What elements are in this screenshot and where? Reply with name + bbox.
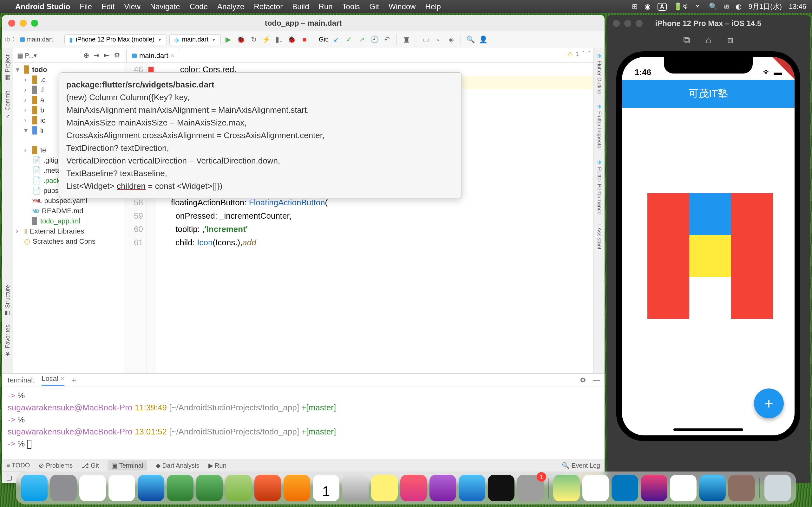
menu-tools[interactable]: Tools: [342, 2, 360, 11]
device-manager-button[interactable]: ▭: [420, 35, 431, 45]
home-indicator[interactable]: [673, 429, 743, 431]
menu-code[interactable]: Code: [190, 2, 208, 11]
dock-notes[interactable]: [371, 475, 398, 501]
terminal-settings-icon[interactable]: ⚙: [580, 376, 586, 384]
tree-external-libs[interactable]: ›⫴External Libraries: [13, 226, 124, 236]
dock-calendar[interactable]: 1: [313, 475, 339, 501]
dock-maps[interactable]: [553, 475, 580, 501]
control-center-icon[interactable]: ⎚: [724, 3, 728, 11]
terminal-hide-icon[interactable]: —: [593, 376, 600, 384]
tool-todo[interactable]: ≡ TODO: [6, 462, 30, 469]
run-button[interactable]: ▶: [223, 35, 234, 45]
tool-project[interactable]: ▦Project: [4, 55, 11, 81]
tool-run[interactable]: ▶ Run: [208, 462, 226, 469]
dock-tv[interactable]: [488, 475, 514, 501]
dock-reminders[interactable]: [342, 475, 368, 501]
collapse-all-icon[interactable]: ⇤: [104, 51, 109, 60]
tool-git[interactable]: ⎇ Git: [82, 462, 99, 469]
project-view-selector[interactable]: ▤ P...▾: [17, 52, 37, 59]
tool-problems[interactable]: ⊘ Problems: [39, 462, 72, 469]
menu-navigate[interactable]: Navigate: [150, 2, 180, 11]
git-commit-button[interactable]: ✓: [344, 35, 354, 45]
close-tab-icon[interactable]: ×: [171, 53, 174, 59]
tree-file[interactable]: MD README.md: [13, 206, 124, 216]
dock-app[interactable]: [284, 475, 310, 501]
dock-app[interactable]: [670, 475, 697, 501]
search-everywhere-button[interactable]: 🔍: [465, 35, 475, 45]
terminal-body[interactable]: -> %sugawarakensuke@MacBook-Pro 11:39:49…: [2, 387, 605, 459]
tree-file[interactable]: ▉todo_app.iml: [13, 216, 124, 226]
menu-refactor[interactable]: Refactor: [254, 2, 283, 11]
dock-music[interactable]: [400, 475, 427, 501]
dock-mail[interactable]: [138, 475, 164, 501]
menubar-app[interactable]: Android Studio: [15, 2, 70, 11]
dock-line[interactable]: [225, 475, 252, 501]
status-widget-icon[interactable]: ▢: [6, 474, 12, 481]
screenshot-icon[interactable]: ⧉: [683, 35, 690, 46]
run-config-selector[interactable]: ⬗main.dart▼: [169, 34, 221, 45]
git-history-button[interactable]: 🕘: [369, 35, 379, 45]
menu-help[interactable]: Help: [425, 2, 441, 11]
avatar-icon[interactable]: 👤: [478, 35, 488, 45]
tool-structure[interactable]: ≣Structure: [4, 285, 11, 315]
editor-tab[interactable]: main.dart×: [126, 49, 180, 62]
revert-button[interactable]: ↶: [382, 35, 392, 45]
settings-icon[interactable]: ⚙: [114, 51, 120, 60]
menu-edit[interactable]: Edit: [101, 2, 114, 11]
breadcrumb[interactable]: ib 〉 main.dart: [5, 35, 53, 44]
tool-flutter-performance[interactable]: ⬗Flutter Performance: [596, 158, 603, 215]
dock-app[interactable]: [254, 475, 281, 501]
menubar-date[interactable]: 9月1日(水): [749, 2, 782, 11]
collapse-icon[interactable]: ⇥: [94, 51, 99, 60]
wifi-icon[interactable]: ᯤ: [695, 3, 702, 11]
dock-app[interactable]: [699, 475, 726, 501]
dock-appstore[interactable]: [459, 475, 485, 501]
menu-window[interactable]: Window: [389, 2, 415, 11]
dock-app[interactable]: [641, 475, 667, 501]
menu-run[interactable]: Run: [319, 2, 333, 11]
new-terminal-button[interactable]: +: [71, 375, 77, 385]
battery-icon[interactable]: 🔋↯: [674, 3, 688, 11]
record-icon[interactable]: ◉: [645, 3, 651, 11]
menu-view[interactable]: View: [124, 2, 141, 11]
input-mode-icon[interactable]: A: [658, 3, 667, 11]
tree-scratches[interactable]: ◴Scratches and Cons: [13, 236, 124, 246]
tool-commit[interactable]: ✓Commit: [4, 91, 11, 120]
dock-chrome[interactable]: [108, 475, 135, 501]
dropbox-icon[interactable]: ⊞: [632, 3, 638, 11]
debug-button[interactable]: 🐞: [236, 35, 246, 45]
hot-reload-button[interactable]: ⚡: [261, 35, 271, 45]
menu-analyze[interactable]: Analyze: [217, 2, 244, 11]
dock-slack[interactable]: [582, 475, 609, 501]
rotate-icon[interactable]: ⧈: [727, 35, 733, 46]
git-pull-button[interactable]: ↙: [331, 35, 341, 45]
expand-all-icon[interactable]: ⊕: [84, 51, 89, 60]
dock-podcasts[interactable]: [429, 475, 456, 501]
dock-launchpad[interactable]: [50, 475, 77, 501]
event-log[interactable]: 🔍 Event Log: [562, 462, 600, 469]
dock-safari[interactable]: [79, 475, 106, 501]
inspection-widget[interactable]: ⚠1 ˆ ˇ: [567, 50, 590, 58]
menu-git[interactable]: Git: [369, 2, 379, 11]
stop-button[interactable]: ■: [299, 35, 310, 45]
spotlight-icon[interactable]: 🔍: [709, 3, 717, 11]
tool-favorites[interactable]: ★Favorites: [4, 325, 11, 357]
iphone-screen[interactable]: 1:46 ᯤ ▬ 可茂IT塾 +: [622, 57, 795, 435]
home-icon[interactable]: ⌂: [706, 35, 711, 45]
tool-dart-analysis[interactable]: ◆ Dart Analysis: [156, 462, 199, 469]
tool-flutter-outline[interactable]: ⬗Flutter Outline: [596, 52, 603, 95]
menu-build[interactable]: Build: [292, 2, 309, 11]
dock-messages[interactable]: [196, 475, 223, 501]
tool-terminal[interactable]: ▣ Terminal: [107, 460, 147, 470]
dock-facetime[interactable]: [167, 475, 194, 501]
terminal-tab[interactable]: Local ×: [42, 375, 64, 386]
menu-file[interactable]: File: [80, 2, 92, 11]
dock-preferences[interactable]: 1: [517, 475, 544, 501]
menubar-time[interactable]: 13:46: [789, 3, 806, 11]
dock-vscode[interactable]: [612, 475, 638, 501]
device-selector[interactable]: ▮iPhone 12 Pro Max (mobile)▼: [64, 34, 167, 45]
coverage-button[interactable]: ↻: [249, 35, 259, 45]
dock-finder[interactable]: [21, 475, 48, 501]
dock-app[interactable]: [728, 475, 755, 501]
dock-trash[interactable]: [764, 475, 791, 501]
